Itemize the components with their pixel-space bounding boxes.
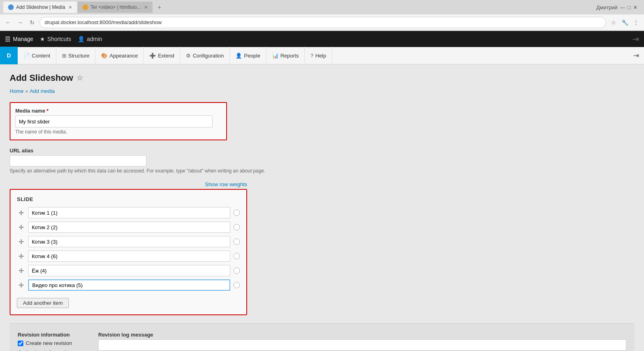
- help-label: Help: [315, 53, 326, 59]
- revision-section: Revision information Create new revision…: [10, 328, 634, 351]
- slide-row-2: ✛: [17, 222, 240, 233]
- hamburger-icon: ☰: [5, 35, 10, 43]
- maximize-button[interactable]: □: [627, 4, 631, 10]
- media-name-section: Media name * The name of this media.: [10, 102, 227, 140]
- nav-item-configuration[interactable]: ⚙ Configuration: [180, 47, 230, 64]
- new-tab-button[interactable]: +: [153, 2, 165, 13]
- browser-menu-icon[interactable]: ⋮: [631, 18, 641, 27]
- refresh-button[interactable]: ↻: [27, 18, 37, 27]
- slide-input-6[interactable]: [28, 279, 230, 291]
- minimize-button[interactable]: —: [620, 4, 625, 10]
- extend-icon: ➕: [149, 53, 156, 59]
- configuration-label: Configuration: [193, 53, 224, 59]
- bottom-section: Revision information Create new revision…: [10, 323, 634, 351]
- appearance-label: Appearance: [109, 53, 138, 59]
- bookmark-icon[interactable]: ☆: [609, 18, 618, 27]
- shortcuts-menu[interactable]: ★ Shortcuts: [40, 36, 71, 42]
- revision-log-input[interactable]: [98, 339, 626, 351]
- url-alias-label: URL alias: [10, 148, 634, 154]
- nav-item-appearance[interactable]: 🎨 Appearance: [95, 47, 144, 64]
- extensions-icon[interactable]: 🔧: [620, 18, 630, 27]
- favorite-star-icon[interactable]: ☆: [76, 74, 83, 82]
- nav-item-reports[interactable]: 📊 Reports: [266, 47, 305, 64]
- page-title-row: Add Slideshow ☆: [10, 73, 634, 83]
- manage-menu[interactable]: ☰ Manage: [5, 35, 33, 43]
- tab-label-2: Ter <video> | htmlboo...: [91, 4, 141, 10]
- slide-circle-2: [233, 224, 240, 230]
- revision-info-title: Revision information: [18, 332, 82, 338]
- address-bar[interactable]: [39, 17, 606, 28]
- drag-handle-3[interactable]: ✛: [17, 238, 25, 246]
- show-row-weights-link[interactable]: Show row weights: [205, 181, 247, 187]
- nav-item-content[interactable]: 📄 Content: [18, 47, 56, 64]
- add-another-item-button[interactable]: Add another item: [17, 298, 69, 308]
- tab-label-1: Add Slideshow | Media: [16, 4, 65, 10]
- svg-text:D: D: [7, 52, 11, 59]
- create-revision-row: Create new revision: [18, 340, 82, 346]
- slide-circle-6: [233, 282, 240, 288]
- create-revision-label: Create new revision: [26, 340, 72, 346]
- slide-section-header: SLIDE: [17, 196, 240, 202]
- slide-row-1: ✛: [17, 207, 240, 218]
- breadcrumb-add-media[interactable]: Add media: [30, 88, 55, 94]
- tab-close-2[interactable]: ✕: [144, 5, 148, 10]
- reports-label: Reports: [281, 53, 299, 59]
- nav-items: 📄 Content ⊞ Structure 🎨 Appearance ➕ Ext…: [18, 47, 332, 64]
- back-button[interactable]: ←: [3, 18, 13, 27]
- drag-handle-5[interactable]: ✛: [17, 267, 25, 275]
- slide-input-2[interactable]: [28, 222, 230, 233]
- drupal-logo[interactable]: D: [0, 47, 18, 64]
- slide-input-1[interactable]: [28, 207, 230, 218]
- breadcrumb-sep-1: »: [25, 88, 28, 94]
- url-alias-input[interactable]: [10, 155, 147, 166]
- star-icon: ★: [40, 36, 45, 42]
- nav-item-structure[interactable]: ⊞ Structure: [56, 47, 96, 64]
- create-revision-checkbox[interactable]: [18, 341, 23, 346]
- admin-toolbar: ☰ Manage ★ Shortcuts 👤 admin ⇥: [0, 31, 644, 47]
- drag-handle-1[interactable]: ✛: [17, 209, 25, 217]
- drag-handle-4[interactable]: ✛: [17, 252, 25, 260]
- authoring-info-title[interactable]: Authoring information: [18, 349, 82, 351]
- breadcrumb-home[interactable]: Home: [10, 88, 24, 94]
- slide-circle-3: [233, 238, 240, 245]
- user-menu[interactable]: 👤 admin: [78, 36, 102, 42]
- nav-expand-icon[interactable]: ⇥: [633, 51, 644, 60]
- slide-input-3[interactable]: [28, 236, 230, 247]
- slide-input-5[interactable]: [28, 265, 230, 276]
- revision-info-section: Revision information Create new revision…: [10, 328, 90, 351]
- structure-label: Structure: [68, 53, 90, 59]
- slide-circle-1: [233, 209, 240, 216]
- slide-input-4[interactable]: [28, 250, 230, 262]
- browser-tab-active[interactable]: Add Slideshow | Media ✕: [3, 2, 77, 13]
- slide-circle-5: [233, 267, 240, 274]
- main-nav: D 📄 Content ⊞ Structure 🎨 Appearance ➕ E…: [0, 47, 644, 65]
- sidebar-toggle-icon[interactable]: ⇥: [632, 34, 639, 44]
- nav-item-people[interactable]: 👤 People: [230, 47, 266, 64]
- tab-favicon-1: [8, 4, 14, 10]
- slide-row-6: ✛: [17, 279, 240, 291]
- browser-user-name: Дмитрий: [596, 4, 617, 10]
- media-name-label: Media name *: [15, 108, 221, 114]
- manage-label: Manage: [13, 36, 33, 42]
- page-title: Add Slideshow: [10, 73, 73, 83]
- help-icon: ?: [310, 53, 313, 59]
- slide-row-3: ✛: [17, 236, 240, 247]
- appearance-icon: 🎨: [101, 53, 107, 59]
- media-name-description: The name of this media.: [15, 129, 221, 135]
- close-window-button[interactable]: ✕: [633, 4, 638, 10]
- user-label: admin: [87, 36, 102, 42]
- tab-close-1[interactable]: ✕: [68, 5, 72, 10]
- slide-section: SLIDE ✛ ✛ ✛ ✛: [10, 189, 247, 315]
- shortcuts-label: Shortcuts: [47, 36, 71, 42]
- drag-handle-2[interactable]: ✛: [17, 224, 25, 231]
- nav-item-help[interactable]: ? Help: [305, 47, 332, 64]
- revision-log-label: Revision log message: [98, 332, 626, 338]
- browser-tab-inactive[interactable]: Ter <video> | htmlboo... ✕: [78, 2, 153, 13]
- user-icon: 👤: [78, 36, 85, 42]
- nav-item-extend[interactable]: ➕ Extend: [144, 47, 180, 64]
- forward-button[interactable]: →: [15, 18, 25, 27]
- browser-nav: ← → ↻ ☆ 🔧 ⋮: [0, 14, 644, 31]
- drag-handle-6[interactable]: ✛: [17, 281, 25, 289]
- reports-icon: 📊: [272, 53, 279, 59]
- media-name-input[interactable]: [15, 115, 213, 127]
